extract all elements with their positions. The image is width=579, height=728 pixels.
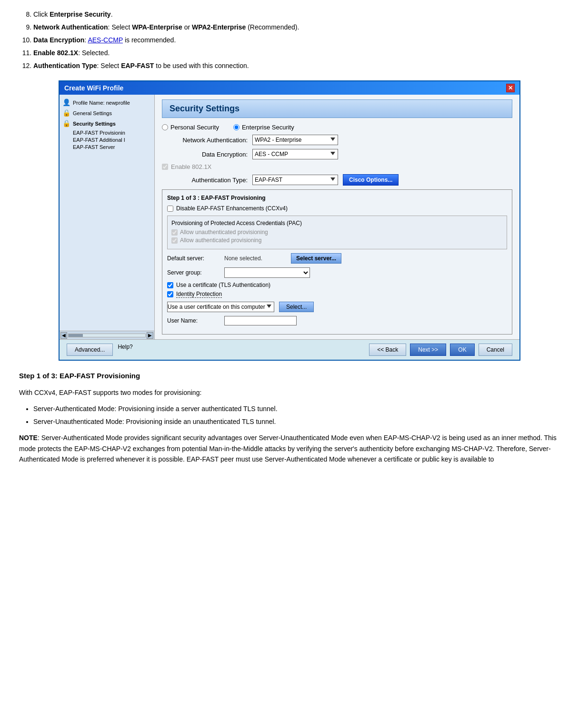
scroll-right-btn[interactable]: ▶ (147, 332, 153, 339)
use-cert-row: Use a certificate (TLS Authentication) (167, 282, 507, 288)
sidebar: 👤 Profile Name: newprofile 🔒 General Set… (60, 95, 154, 331)
username-row: User Name: (167, 316, 507, 325)
allow-auth-label: Allow authenticated provisioning (180, 237, 261, 244)
panel-title: Security Settings (162, 99, 512, 118)
article-section: Step 1 of 3: EAP-FAST Provisioning With … (19, 370, 560, 464)
username-label: User Name: (167, 317, 224, 324)
sidebar-eap-fast-prov[interactable]: EAP-FAST Provisionin (73, 130, 151, 136)
dialog-footer: Advanced... Help? << Back Next >> OK Can… (60, 339, 519, 360)
select-cert-button[interactable]: Select... (279, 302, 314, 312)
allow-unauth-label: Allow unauthenticated provisioning (180, 229, 268, 236)
enterprise-security-radio[interactable] (233, 124, 240, 130)
back-button[interactable]: << Back (369, 344, 406, 356)
step-box: Step 1 of 3 : EAP-FAST Provisioning Disa… (162, 189, 512, 334)
sidebar-general-settings[interactable]: 🔒 General Settings (62, 109, 151, 118)
step-title: Step 1 of 3 : EAP-FAST Provisioning (167, 195, 507, 201)
allow-auth-row: Allow authenticated provisioning (171, 237, 503, 244)
note-label: NOTE (19, 434, 38, 442)
security-settings-label: Security Settings (73, 121, 116, 127)
dialog-body: 👤 Profile Name: newprofile 🔒 General Set… (60, 95, 519, 339)
default-server-label: Default server: (167, 255, 224, 262)
ok-button[interactable]: OK (450, 344, 474, 356)
list-item-9: Network Authentication: Select WPA-Enter… (33, 22, 560, 32)
personal-security-radio[interactable] (162, 124, 168, 130)
eap-fast-bold: EAP-FAST (121, 62, 154, 69)
general-settings-label: General Settings (73, 110, 112, 116)
data-encryption-select[interactable]: AES - CCMP TKIP (252, 149, 338, 159)
dialog-titlebar: Create WiFi Profile ✕ (60, 81, 519, 95)
identity-prot-checkbox[interactable] (167, 291, 173, 297)
sidebar-profile-name: 👤 Profile Name: newprofile (62, 98, 151, 107)
profile-name-label: Profile Name: newprofile (73, 100, 130, 106)
scroll-left-btn[interactable]: ◀ (60, 332, 67, 339)
enable-8021x-row: Enable 802.1X (162, 163, 512, 170)
profile-icon: 👤 (62, 98, 71, 107)
server-group-row: Server group: (167, 267, 507, 278)
aes-ccmp-link[interactable]: AES-CCMP (88, 36, 123, 44)
footer-left-buttons: Advanced... Help? (67, 344, 364, 356)
create-wifi-dialog: Create WiFi Profile ✕ 👤 Profile Name: ne… (59, 80, 520, 361)
enable-8021x-label: Enable 802.1X (171, 163, 211, 170)
username-input[interactable] (224, 316, 297, 325)
lock-icon: 🔒 (62, 109, 71, 118)
user-cert-row: Use a user certificate on this computer … (167, 302, 507, 312)
identity-prot-row: Identity Protection (167, 291, 507, 298)
enable-8021x-checkbox[interactable] (162, 164, 168, 170)
article-bullets: Server-Authenticated Mode: Provisioning … (33, 403, 560, 427)
pac-box: Provisioning of Protected Access Credent… (167, 216, 507, 249)
enterprise-security-option[interactable]: Enterprise Security (233, 124, 294, 131)
article-intro: With CCXv4, EAP-FAST supports two modes … (19, 387, 560, 398)
data-encryption-label: Data Encryption (33, 36, 84, 44)
server-group-label: Server group: (167, 269, 224, 276)
article-bullet-1: Server-Authenticated Mode: Provisioning … (33, 403, 560, 414)
auth-type-row: Authentication Type: EAP-FAST EAP-TLS Ci… (162, 174, 512, 186)
sidebar-security-settings[interactable]: 🔒 Security Settings (62, 119, 151, 128)
security-icon: 🔒 (62, 119, 71, 128)
article-heading: Step 1 of 3: EAP-FAST Provisioning (19, 370, 560, 382)
sidebar-scrollbar[interactable]: ◀ ▶ (60, 331, 154, 339)
advanced-button[interactable]: Advanced... (67, 344, 113, 356)
identity-prot-label: Identity Protection (176, 291, 222, 298)
allow-auth-checkbox[interactable] (171, 237, 178, 244)
auth-type-select[interactable]: EAP-FAST EAP-TLS (252, 175, 338, 185)
server-group-select[interactable] (224, 267, 310, 278)
wpa2-enterprise-bold: WPA2-Enterprise (192, 23, 246, 31)
auth-type-form-label: Authentication Type: (162, 177, 248, 184)
disable-eap-checkbox[interactable] (167, 206, 173, 212)
article-bullet-2: Server-Unauthenticated Mode: Provisionin… (33, 416, 560, 427)
auth-type-label: Authentication Type (33, 62, 97, 69)
cancel-button[interactable]: Cancel (479, 344, 512, 356)
eap-fast-server-label: EAP-FAST Server (73, 144, 115, 150)
enterprise-security-label: Enterprise Security (242, 124, 294, 131)
disable-eap-row: Disable EAP-FAST Enhancements (CCXv4) (167, 205, 507, 212)
network-auth-row: Network Authentication: WPA2 - Enterpris… (162, 135, 512, 145)
network-auth-select[interactable]: WPA2 - Enterprise WPA - Enterprise (252, 135, 338, 145)
close-button[interactable]: ✕ (506, 84, 515, 92)
sidebar-eap-fast-server[interactable]: EAP-FAST Server (73, 144, 151, 150)
list-item-10: Data Encryption: AES-CCMP is recommended… (33, 35, 560, 45)
instructions-list: Click Enterprise Security. Network Authe… (33, 10, 560, 71)
help-text: Help? (118, 344, 132, 356)
main-panel: Security Settings Personal Security Ente… (155, 95, 519, 339)
personal-security-option[interactable]: Personal Security (162, 124, 219, 131)
list-item-12: Authentication Type: Select EAP-FAST to … (33, 61, 560, 71)
disable-eap-label: Disable EAP-FAST Enhancements (CCXv4) (176, 205, 288, 212)
sidebar-eap-fast-additional[interactable]: EAP-FAST Additional I (73, 137, 151, 143)
footer-right-buttons: << Back Next >> OK Cancel (369, 344, 512, 356)
use-cert-checkbox[interactable] (167, 282, 173, 288)
enable-8021x-label: Enable 802.1X (33, 49, 78, 57)
cisco-options-button[interactable]: Cisco Options... (343, 174, 399, 186)
next-button[interactable]: Next >> (410, 344, 446, 356)
list-item-11: Enable 802.1X: Selected. (33, 48, 560, 58)
dialog-title: Create WiFi Profile (64, 84, 123, 92)
scroll-track (68, 334, 146, 337)
note-text: : Server-Authenticated Mode provides sig… (19, 434, 557, 463)
default-server-value: None selected. (224, 255, 286, 262)
select-server-button[interactable]: Select server... (291, 253, 341, 264)
allow-unauth-row: Allow unauthenticated provisioning (171, 229, 503, 236)
enterprise-security-bold: Enterprise Security (50, 10, 110, 18)
data-encryption-form-label: Data Encryption: (162, 151, 248, 158)
user-cert-select[interactable]: Use a user certificate on this computer (167, 302, 274, 312)
allow-unauth-checkbox[interactable] (171, 229, 178, 236)
network-auth-label: Network Authentication (33, 23, 108, 31)
